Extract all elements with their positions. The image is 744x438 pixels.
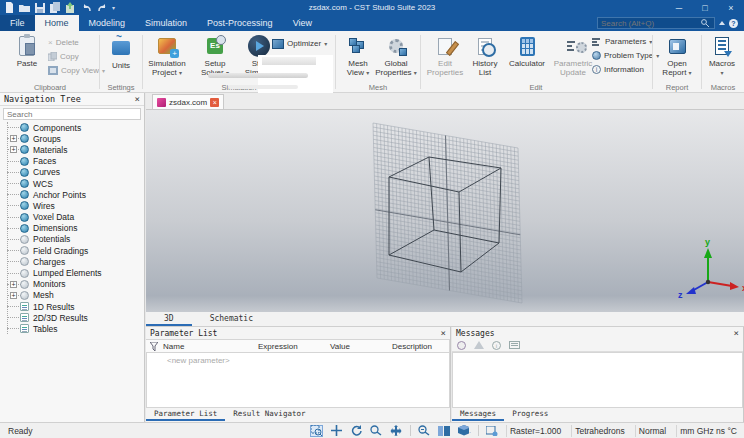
expander-icon[interactable]: +: [10, 292, 17, 299]
parameter-list-body[interactable]: <new parameter>: [146, 353, 450, 408]
zoom-window-tool-icon[interactable]: [370, 425, 383, 437]
view-cube-dropdown-icon[interactable]: .: [469, 428, 471, 434]
new-file-icon[interactable]: [5, 2, 14, 13]
warnings-filter-icon[interactable]: [474, 341, 484, 349]
status-raster[interactable]: Raster=1.000: [506, 425, 564, 437]
copy-icon-qat[interactable]: [50, 2, 61, 13]
zoom-tool-icon[interactable]: [418, 425, 431, 437]
tree-item[interactable]: + Mesh: [0, 290, 144, 301]
problem-type-button[interactable]: Problem Type ▾: [592, 49, 659, 62]
maximize-button[interactable]: □: [692, 0, 718, 15]
message-list-icon[interactable]: [509, 341, 520, 349]
view-cube-icon[interactable]: .: [458, 425, 471, 437]
calculator-button[interactable]: Calculator: [502, 34, 552, 68]
column-description[interactable]: Description: [392, 342, 432, 351]
panel-tab[interactable]: Parameter List: [146, 408, 225, 421]
open-report-dropdown-icon[interactable]: ▾: [689, 70, 692, 76]
ribbon-tab[interactable]: Home: [35, 15, 79, 31]
ribbon-tab[interactable]: View: [283, 15, 322, 31]
tree-item[interactable]: + Curves: [0, 167, 144, 178]
macros-button[interactable]: Macros ▾: [699, 34, 744, 77]
minimize-button[interactable]: ─: [666, 0, 692, 15]
info-filter-icon[interactable]: i: [492, 341, 501, 350]
simulation-project-dropdown-icon[interactable]: ▾: [179, 70, 182, 76]
help-icon[interactable]: ?: [729, 19, 738, 28]
navigation-tree-search-input[interactable]: [4, 110, 140, 119]
document-tab[interactable]: zsdax.com ×: [152, 94, 224, 109]
optimizer-dropdown-icon[interactable]: ▾: [324, 40, 327, 47]
parameters-button[interactable]: Parameters ▾: [592, 35, 652, 48]
layout-panels-icon[interactable]: [438, 425, 451, 437]
tree-item[interactable]: + Materials: [0, 144, 144, 155]
tree-item[interactable]: + Groups: [0, 133, 144, 144]
tree-item[interactable]: + Components: [0, 122, 144, 133]
tree-item[interactable]: + Dimensions: [0, 223, 144, 234]
navigation-tree-search[interactable]: [3, 108, 141, 120]
units-button[interactable]: Units: [98, 36, 144, 70]
expander-icon[interactable]: +: [10, 146, 17, 153]
global-properties-dropdown-icon[interactable]: ▾: [414, 70, 417, 76]
redo-icon[interactable]: [97, 3, 107, 13]
document-tab-close-icon[interactable]: ×: [210, 98, 219, 107]
tree-item[interactable]: + WCS: [0, 178, 144, 189]
qat-customize-icon[interactable]: ▾: [112, 4, 115, 11]
tree-item[interactable]: + Tables: [0, 323, 144, 334]
column-expression[interactable]: Expression: [258, 342, 330, 351]
tree-item[interactable]: + 1D Results: [0, 301, 144, 312]
tree-item[interactable]: + Charges: [0, 256, 144, 267]
parametric-update-button[interactable]: Parametric Update: [550, 34, 596, 77]
tree-item[interactable]: + Voxel Data: [0, 212, 144, 223]
panel-tab[interactable]: Progress: [504, 408, 556, 421]
expander-icon[interactable]: +: [10, 281, 17, 288]
move-tool-icon[interactable]: [330, 425, 343, 437]
collapse-ribbon-icon[interactable]: [719, 21, 725, 25]
simulation-project-button[interactable]: Simulation Project ▾: [144, 34, 190, 77]
close-button[interactable]: ×: [718, 0, 744, 15]
undo-icon[interactable]: [82, 3, 92, 13]
global-properties-button[interactable]: Global Properties ▾: [373, 34, 419, 77]
copy-view-button[interactable]: Copy View ▾: [48, 64, 105, 77]
panel-tab[interactable]: Messages: [452, 408, 504, 421]
tree-item[interactable]: + Wires: [0, 200, 144, 211]
box-select-tool-icon[interactable]: [310, 425, 323, 437]
import-icon[interactable]: [66, 2, 77, 13]
parameter-list-close-icon[interactable]: ×: [441, 328, 446, 338]
column-value[interactable]: Value: [330, 342, 392, 351]
tree-item[interactable]: + Potentials: [0, 234, 144, 245]
information-button[interactable]: i Information: [592, 63, 644, 76]
ribbon-search-input[interactable]: [601, 19, 701, 28]
paste-button[interactable]: Paste: [4, 34, 50, 68]
pan-tool-icon[interactable]: [390, 425, 403, 437]
rotate-tool-icon[interactable]: [350, 425, 363, 437]
tree-item[interactable]: + Lumped Elements: [0, 267, 144, 278]
tree-item[interactable]: + 2D/3D Results: [0, 312, 144, 323]
open-report-button[interactable]: Open Report ▾: [654, 34, 700, 77]
panel-tab[interactable]: Result Navigator: [225, 408, 313, 421]
ribbon-tab[interactable]: Modeling: [79, 15, 136, 31]
expander-icon[interactable]: +: [10, 135, 17, 142]
tree-item[interactable]: + Anchor Points: [0, 189, 144, 200]
save-icon[interactable]: [35, 3, 45, 13]
errors-filter-icon[interactable]: [457, 341, 466, 350]
filter-icon[interactable]: [150, 342, 158, 351]
navigation-tree-close-icon[interactable]: ×: [135, 94, 140, 104]
new-parameter-row[interactable]: <new parameter>: [167, 356, 230, 365]
copy-button[interactable]: Copy: [48, 50, 79, 63]
mesh-view-dropdown-icon[interactable]: ▾: [366, 70, 369, 76]
status-mode[interactable]: Normal: [635, 425, 669, 437]
status-units[interactable]: mm GHz ns °C: [676, 425, 740, 437]
status-mesh-type[interactable]: Tetrahedrons: [571, 425, 628, 437]
ribbon-tab[interactable]: Simulation: [135, 15, 197, 31]
tree-item[interactable]: + Monitors: [0, 279, 144, 290]
optimizer-button[interactable]: Optimizer ▾: [272, 37, 327, 50]
messages-close-icon[interactable]: ×: [734, 328, 739, 338]
tree-item[interactable]: + Field Gradings: [0, 245, 144, 256]
setup-solver-button[interactable]: Es Setup Solver ▾: [192, 34, 238, 77]
messages-body[interactable]: [452, 352, 743, 408]
macros-dropdown-icon[interactable]: ▾: [720, 70, 723, 76]
viewport-3d[interactable]: y x z: [146, 110, 744, 312]
tree-item[interactable]: + Faces: [0, 156, 144, 167]
column-name[interactable]: Name: [163, 342, 258, 351]
view-tab[interactable]: 3D: [146, 313, 192, 326]
view-tab[interactable]: Schematic: [192, 313, 271, 326]
